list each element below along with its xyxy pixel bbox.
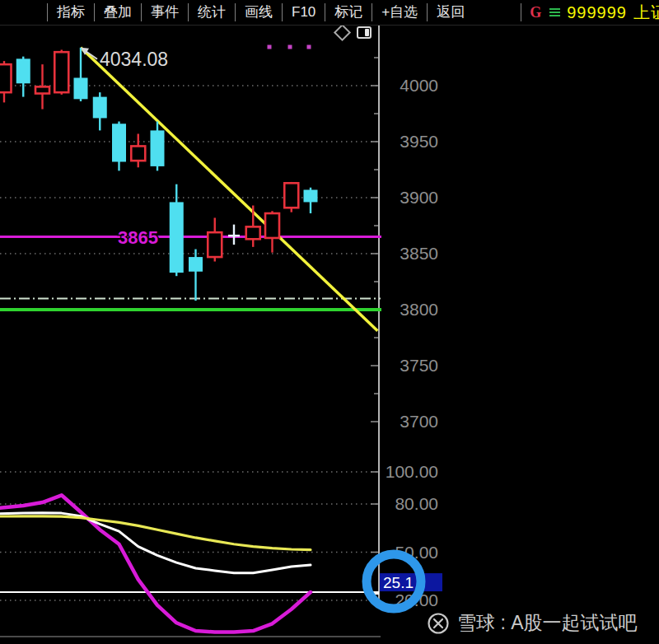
candle-body-up (0, 64, 12, 92)
candle-body-down (151, 130, 165, 166)
top-menu-bar: 指标叠加事件统计画线F10标记+自选返回 G 999999 上证指数 (0, 0, 659, 26)
watermark: 雪球 : A股一起试试吧 (427, 610, 638, 636)
stock-code[interactable]: 999999 (567, 3, 627, 22)
menu-item-7[interactable]: 标记 (325, 0, 372, 25)
diamond-marker-icon[interactable] (334, 24, 351, 41)
chart-tools (336, 26, 372, 39)
drawing-dot (268, 45, 272, 49)
y-axis-label: 3900 (400, 188, 438, 207)
candle-body-up (265, 213, 279, 238)
magenta-line-label: 3865 (118, 227, 158, 248)
menu-item-8[interactable]: +自选 (372, 0, 427, 25)
candle-body-up (131, 146, 145, 161)
value-tag-text: 25.1 (383, 574, 414, 591)
candle-body-up (284, 183, 298, 208)
candle-body-down (189, 257, 203, 272)
candle-body-down (16, 58, 30, 83)
y-axis-label: 3700 (400, 412, 438, 431)
y-axis-label: 3850 (400, 244, 438, 263)
y-axis-label: 100.00 (386, 462, 438, 481)
menu-item-9[interactable]: 返回 (428, 0, 474, 25)
indicator-line-white (0, 513, 311, 573)
drawing-dot (288, 45, 292, 49)
drawing-dot (307, 45, 311, 49)
candle-body-down (74, 77, 88, 99)
candle-body-down (170, 202, 184, 273)
candle-body-up (54, 52, 68, 92)
panel-layout-icon[interactable] (357, 26, 372, 39)
market-flag: G (530, 4, 541, 21)
menu-items: 指标叠加事件统计画线F10标记+自选返回 (47, 0, 474, 25)
stock-name[interactable]: 上证指数 (633, 2, 659, 24)
y-axis-label: 80.00 (395, 494, 438, 513)
candle-body-up (246, 226, 260, 239)
stock-info: G 999999 上证指数 (530, 2, 659, 24)
watermark-text: 雪球 : A股一起试试吧 (457, 610, 638, 636)
indicator-line-yellow (0, 516, 311, 550)
menu-item-6[interactable]: F10 (283, 0, 325, 25)
menu-item-3[interactable]: 事件 (142, 0, 188, 25)
y-axis-label: 3950 (400, 132, 438, 151)
menu-divider (521, 3, 521, 21)
candle-body-down (93, 97, 107, 119)
watchlist-menu-icon[interactable] (549, 8, 560, 16)
y-axis-label: 4000 (400, 76, 438, 95)
y-axis-label: 3750 (400, 356, 438, 375)
menu-item-2[interactable]: 叠加 (95, 0, 141, 25)
candle-body-down (304, 189, 318, 202)
xueqiu-logo-icon (427, 612, 450, 635)
menu-item-5[interactable]: 画线 (236, 0, 282, 25)
candle-body-down (112, 124, 126, 161)
menu-item-1[interactable]: 指标 (48, 0, 94, 25)
candle-body-up (35, 86, 49, 93)
high-value-label: 4034.08 (100, 49, 168, 70)
candle-body-up (208, 232, 222, 257)
menu-item-4[interactable]: 统计 (189, 0, 235, 25)
y-axis-label: 3800 (400, 300, 438, 319)
chart-canvas[interactable]: 4000395039003850380037503700100.0080.005… (0, 0, 659, 644)
trend-line[interactable] (81, 48, 377, 331)
chart-area[interactable]: 4000395039003850380037503700100.0080.005… (0, 0, 659, 644)
